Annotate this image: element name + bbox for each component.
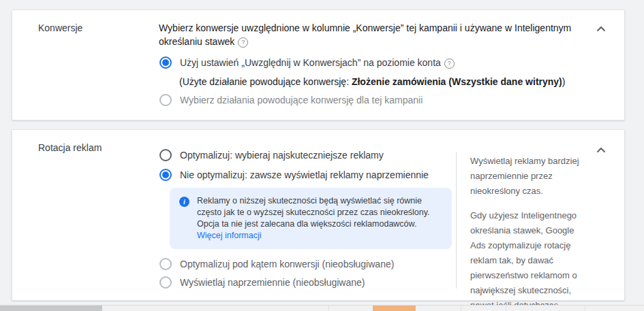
- rotation-option-do-not-optimize[interactable]: Nie optymalizuj: zawsze wyświetlaj rekla…: [159, 169, 456, 181]
- divider: [461, 306, 461, 311]
- conversions-panel: Konwersje Wybierz konwersje uwzględnione…: [12, 10, 625, 120]
- rotation-option-optimize[interactable]: Optymalizuj: wybieraj najskuteczniejsze …: [159, 149, 456, 161]
- ad-rotation-panel-label: Rotacja reklam: [12, 130, 159, 300]
- more-info-link[interactable]: Więcej informacji: [197, 231, 261, 240]
- rotation-help-sidebar: Wyświetlaj reklamy bardziej naprzemienni…: [456, 152, 624, 289]
- divider: [585, 306, 585, 311]
- horizontal-scrollbar: [0, 305, 644, 311]
- divider: [328, 306, 329, 311]
- rotation-info-text: Reklamy o niższej skuteczności będą wyśw…: [197, 195, 441, 242]
- ad-rotation-panel: Rotacja reklam Optymalizuj: wybieraj naj…: [12, 129, 625, 301]
- radio-unselected[interactable]: [159, 94, 172, 106]
- help-icon[interactable]: ?: [444, 59, 455, 69]
- chevron-up-icon: [593, 142, 609, 159]
- info-icon: i: [179, 197, 189, 207]
- rotation-option-optimize-conversions[interactable]: Optymalizuj pod kątem konwersji (nieobsł…: [159, 258, 456, 270]
- rotation-option-rotate-indefinitely[interactable]: Wyświetlaj naprzemiennie (nieobsługiwane…: [159, 276, 456, 289]
- radio-unselected[interactable]: [159, 149, 172, 161]
- conversions-option-campaign-actions[interactable]: Wybierz działania powodujące konwersję d…: [159, 94, 624, 106]
- radio-unselected[interactable]: [159, 276, 172, 289]
- conversions-option-account-settings[interactable]: Użyj ustawień „Uwzględnij w Konwersjach”…: [159, 56, 624, 69]
- radio-selected[interactable]: [159, 56, 172, 69]
- help-icon[interactable]: ?: [238, 37, 248, 48]
- radio-unselected[interactable]: [159, 258, 172, 270]
- divider: [506, 306, 506, 311]
- collapse-conversions-button[interactable]: [593, 21, 609, 37]
- sidebar-paragraph: Wyświetlaj reklamy bardziej naprzemienni…: [470, 154, 585, 199]
- conversions-panel-label: Konwersje: [12, 10, 159, 120]
- chevron-up-icon: [593, 21, 609, 37]
- sidebar-paragraph: Gdy użyjesz Inteligentnego określania st…: [470, 208, 585, 311]
- orange-content-sliver: [373, 306, 416, 311]
- collapse-ad-rotation-button[interactable]: [593, 142, 609, 159]
- radio-selected[interactable]: [159, 169, 172, 181]
- scrollbar-thumb[interactable]: [0, 306, 102, 311]
- rotation-info-box: i Reklamy o niższej skuteczności będą wy…: [170, 188, 452, 249]
- conversion-action-name: Złożenie zamówienia (Wszystkie dane witr…: [352, 76, 562, 87]
- conversion-action-note: (Użyte działanie powodujące konwersję: Z…: [179, 76, 624, 87]
- conversions-header: Wybierz konwersje uwzględnione w kolumni…: [159, 21, 592, 48]
